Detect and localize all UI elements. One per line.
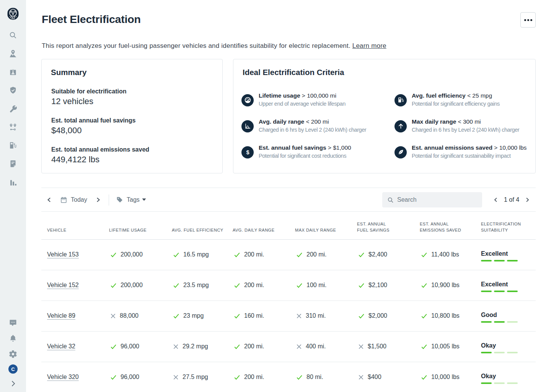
svg-text:$: $ xyxy=(246,149,249,155)
